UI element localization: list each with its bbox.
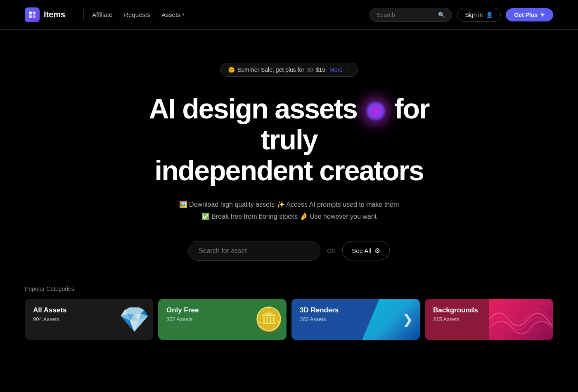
logo-icon [25, 7, 40, 22]
search-bar[interactable]: 🔍 [370, 8, 452, 22]
category-card-3d-renders[interactable]: ❯ 3D Renders 360 Assets [291, 299, 420, 340]
hero-section: 🌞 Summer Sale, get plus for 30 $15 More … [0, 30, 578, 286]
nav-link-requests[interactable]: Requests [124, 11, 150, 18]
promo-more-link[interactable]: More → [329, 66, 350, 73]
svg-rect-1 [33, 12, 36, 14]
nav-right: 🔍 Sign in 👤 Get Plus ✦ [370, 8, 553, 22]
category-card-all-assets[interactable]: All Assets 904 Assets 💎 [25, 299, 153, 340]
nav-link-assets[interactable]: Assets ▾ [162, 11, 185, 18]
category-card-backgrounds[interactable]: Backgrounds 215 Assets [425, 299, 553, 340]
card-count-all: 904 Assets [33, 316, 145, 322]
promo-emoji: 🌞 [228, 66, 235, 73]
hero-subtitle: 🖼️ Download high quality assets ✨ Access… [179, 199, 399, 223]
promo-sale-price: $15 [316, 66, 325, 73]
hero-title-part1: AI design assets [149, 93, 357, 124]
logo-text: Items [44, 10, 65, 19]
filter-icon: ⚙ [374, 247, 380, 255]
card-content-free: Only Free 352 Assets [158, 299, 287, 330]
card-content-backgrounds: Backgrounds 215 Assets [425, 299, 553, 330]
hero-or-text: OR [327, 248, 336, 254]
card-count-free: 352 Assets [166, 316, 278, 322]
promo-original-price: 30 [307, 66, 313, 73]
categories-title: Popular Categories [25, 286, 553, 292]
hero-glow-dot [366, 101, 386, 121]
card-name-3d: 3D Renders [300, 306, 412, 314]
nav-divider [83, 9, 84, 21]
navbar: Items Affiliate Requests Assets ▾ 🔍 Sign… [0, 0, 578, 30]
svg-rect-0 [29, 12, 32, 14]
signin-button[interactable]: Sign in 👤 [457, 8, 501, 22]
chevron-down-icon: ▾ [182, 12, 185, 17]
card-name-backgrounds: Backgrounds [433, 306, 545, 314]
card-count-3d: 360 Assets [300, 316, 412, 322]
nav-links: Affiliate Requests Assets ▾ [92, 11, 184, 18]
getplus-button[interactable]: Get Plus ✦ [506, 8, 553, 21]
card-count-backgrounds: 215 Assets [433, 316, 545, 322]
categories-grid: All Assets 904 Assets 💎 Only Free 352 As… [25, 299, 553, 340]
svg-rect-3 [33, 15, 36, 18]
card-content-3d: 3D Renders 360 Assets [291, 299, 420, 330]
categories-section: Popular Categories All Assets 904 Assets… [0, 286, 578, 365]
plus-icon: ✦ [540, 12, 545, 18]
promo-badge[interactable]: 🌞 Summer Sale, get plus for 30 $15 More … [220, 63, 358, 77]
hero-title-part3: independent creators [154, 155, 424, 186]
hero-search-container[interactable] [188, 241, 320, 261]
card-name-all: All Assets [33, 306, 145, 314]
card-name-free: Only Free [166, 306, 278, 314]
category-card-only-free[interactable]: Only Free 352 Assets 🪙 [158, 299, 287, 340]
card-content-all: All Assets 904 Assets [25, 299, 153, 330]
hero-subtitle-line1: 🖼️ Download high quality assets ✨ Access… [179, 201, 399, 208]
svg-rect-2 [29, 15, 32, 18]
user-icon: 👤 [486, 12, 493, 18]
see-all-button[interactable]: See All ⚙ [342, 241, 390, 260]
logo[interactable]: Items [25, 7, 65, 22]
hero-search-row: OR See All ⚙ [188, 241, 390, 261]
search-input[interactable] [377, 12, 435, 18]
promo-text: Summer Sale, get plus for [237, 66, 304, 73]
search-icon: 🔍 [438, 12, 445, 18]
hero-subtitle-line2: ✅ Break free from boring stocks 🤌 Use ho… [201, 213, 377, 220]
nav-link-affiliate[interactable]: Affiliate [92, 11, 112, 18]
hero-title: AI design assets for truly independent c… [128, 93, 450, 186]
hero-search-input[interactable] [199, 247, 310, 255]
